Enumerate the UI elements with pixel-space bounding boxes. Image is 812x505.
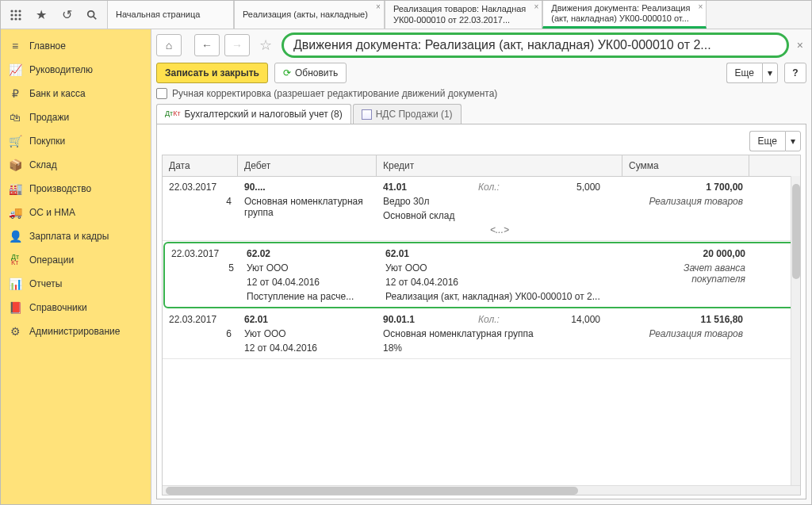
grid-header: Дата Дебет Кредит Сумма <box>163 155 800 177</box>
table-row[interactable]: 22.03.2017 6 62.01 Уют ООО 12 от 04.04.2… <box>163 309 800 359</box>
sidebar-item-reports[interactable]: 📊Отчеты <box>1 272 151 296</box>
more-button-group: Еще ▾ <box>726 63 778 83</box>
cell-deb-main: 62.02 <box>240 247 379 261</box>
tab-realization-doc[interactable]: Реализация товаров: Накладная УК00-00001… <box>385 1 542 29</box>
more-dropdown[interactable]: ▾ <box>762 63 778 83</box>
tab-home[interactable]: Начальная страница <box>107 1 234 29</box>
sidebar-item-label: Главное <box>29 40 66 52</box>
menu-icon: ≡ <box>9 40 21 52</box>
forward-button[interactable]: → <box>224 34 250 56</box>
grid-more-label: Еще <box>758 136 777 147</box>
sidebar-item-main[interactable]: ≡Главное <box>1 34 151 58</box>
sidebar-item-catalogs[interactable]: 📕Справочники <box>1 296 151 319</box>
manual-edit-label: Ручная корректировка (разрешает редактир… <box>172 88 497 99</box>
back-button[interactable]: ← <box>194 34 220 56</box>
scrollbar-vertical[interactable] <box>791 176 800 485</box>
sidebar-item-hr[interactable]: 👤Зарплата и кадры <box>1 224 151 248</box>
cell-desc: Реализация товаров <box>622 327 749 341</box>
cell-kr-main: 90.01.1 <box>377 312 472 327</box>
grid-more-button[interactable]: Еще <box>749 131 785 151</box>
manual-edit-checkbox[interactable] <box>156 88 167 99</box>
cell-date: 22.03.2017 <box>163 180 238 194</box>
help-button[interactable]: ? <box>784 63 806 83</box>
topbar-icons: ★ ↺ <box>1 1 107 29</box>
history-icon[interactable]: ↺ <box>55 4 79 26</box>
close-button[interactable]: × <box>794 39 806 52</box>
grid-body[interactable]: 22.03.2017 4 90.... Основная номенклатур… <box>163 177 800 485</box>
svg-point-1 <box>14 10 17 12</box>
tab-movements-doc[interactable]: Движения документа: Реализация (акт, нак… <box>542 1 707 29</box>
cell-desc: Реализация товаров <box>622 194 749 209</box>
search-icon[interactable] <box>80 4 104 26</box>
home-button[interactable]: ⌂ <box>156 34 182 56</box>
grid-more-dropdown[interactable]: ▾ <box>785 131 801 151</box>
sidebar-item-os-nma[interactable]: 🚚ОС и НМА <box>1 201 151 224</box>
nav-row: ⌂ ← → ☆ Движения документа: Реализация (… <box>156 33 806 58</box>
sidebar-item-label: Склад <box>29 159 57 170</box>
tab-nds-sales[interactable]: НДС Продажи (1) <box>353 104 462 124</box>
cell-kr-l2: Уют ООО <box>379 261 625 275</box>
cell-n: 5 <box>165 261 240 275</box>
scrollbar-horizontal[interactable] <box>163 485 800 495</box>
help-label: ? <box>792 67 798 78</box>
cell-desc: Зачет аванса покупателя <box>625 261 752 286</box>
star-icon[interactable]: ★ <box>29 4 53 26</box>
tab-nds-label: НДС Продажи (1) <box>376 109 453 120</box>
close-icon[interactable]: × <box>376 2 381 12</box>
person-icon: 👤 <box>9 230 21 243</box>
cell-kol: Кол.: <box>472 312 519 327</box>
close-icon[interactable]: × <box>534 2 538 12</box>
sidebar-item-label: Операции <box>29 254 74 266</box>
table-row[interactable]: 22.03.2017 4 90.... Основная номенклатур… <box>163 177 800 241</box>
tab-realization-list[interactable]: Реализация (акты, накладные) × <box>234 1 385 29</box>
sidebar-item-bank[interactable]: ₽Банк и касса <box>1 82 151 105</box>
cell-deb-l2: Уют ООО <box>240 261 379 275</box>
sidebar-item-warehouse[interactable]: 📦Склад <box>1 153 151 177</box>
svg-point-3 <box>10 13 13 16</box>
sidebar-item-label: Администрирование <box>29 326 120 337</box>
cell-kol-val: 5,000 <box>519 180 607 194</box>
toolbar: Записать и закрыть ⟳Обновить Еще ▾ ? <box>156 63 806 83</box>
factory-icon: 🏭 <box>9 182 21 195</box>
cell-kr-l2: Ведро 30л <box>377 194 622 209</box>
sidebar-item-manager[interactable]: 📈Руководителю <box>1 58 151 82</box>
refresh-icon: ⟳ <box>283 67 291 78</box>
cell-deb-l2: Основная номенклатурная группа <box>238 194 377 220</box>
favorite-button[interactable]: ☆ <box>255 34 277 56</box>
col-kredit[interactable]: Кредит <box>377 155 622 176</box>
book-icon: 📕 <box>9 301 21 314</box>
sidebar-item-label: Руководителю <box>29 64 93 75</box>
col-sum[interactable]: Сумма <box>622 155 749 176</box>
apps-icon[interactable] <box>4 4 28 26</box>
sidebar-item-purchases[interactable]: 🛒Покупки <box>1 129 151 153</box>
col-debet[interactable]: Дебет <box>238 155 377 176</box>
svg-point-6 <box>10 17 13 20</box>
more-label: Еще <box>735 67 754 78</box>
save-close-button[interactable]: Записать и закрыть <box>156 63 268 83</box>
cell-sum: 20 000,00 <box>625 247 752 261</box>
col-date[interactable]: Дата <box>163 155 238 176</box>
cell-kr-l2: Основная номенклатурная группа <box>377 327 622 341</box>
topbar: ★ ↺ Начальная страница Реализация (акты,… <box>1 1 811 29</box>
manual-edit-row: Ручная корректировка (разрешает редактир… <box>156 88 806 99</box>
refresh-label: Обновить <box>295 67 338 78</box>
sidebar-item-sales[interactable]: 🛍Продажи <box>1 105 151 129</box>
close-icon[interactable]: × <box>699 2 703 12</box>
cell-sum: 1 700,00 <box>622 180 749 194</box>
sidebar-item-label: Зарплата и кадры <box>29 231 109 242</box>
tab-accounting[interactable]: ДтКт Бухгалтерский и налоговый учет (8) <box>156 104 351 124</box>
sidebar-item-operations[interactable]: ДтКтОперации <box>1 248 151 272</box>
sidebar-item-production[interactable]: 🏭Производство <box>1 177 151 201</box>
grid: Дата Дебет Кредит Сумма 22.03.2017 4 90.… <box>162 155 801 495</box>
refresh-button[interactable]: ⟳Обновить <box>274 63 347 83</box>
cell-date: 22.03.2017 <box>163 312 238 327</box>
sidebar-item-label: ОС и НМА <box>29 207 75 218</box>
tab-label: Начальная страница <box>116 10 217 20</box>
sidebar-item-admin[interactable]: ⚙Администрирование <box>1 319 151 343</box>
table-row[interactable]: 22.03.2017 5 62.02 Уют ООО 12 от 04.04.2… <box>163 242 799 308</box>
more-button[interactable]: Еще <box>726 63 762 83</box>
svg-point-9 <box>88 10 94 17</box>
cell-kr-l4: <...> <box>377 223 622 237</box>
dtkt-icon: ДтКт <box>165 111 181 117</box>
cell-kr-main: 62.01 <box>379 247 625 261</box>
